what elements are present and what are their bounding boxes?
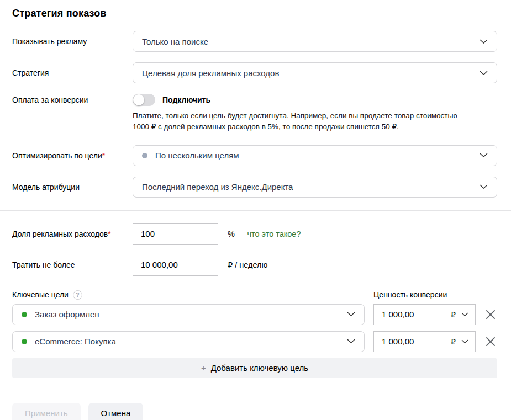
page-title: Стратегия показов: [12, 8, 497, 19]
add-key-goal-label: Добавить ключевую цель: [211, 363, 308, 373]
goal-status-dot-icon: [22, 339, 27, 344]
optimize-goal-value: По нескольким целям: [155, 151, 239, 160]
key-goals-label: Ключевые цели: [12, 290, 69, 299]
conversion-value-header: Ценность конверсии: [373, 290, 447, 299]
pay-per-conversion-description: Платите, только если цель будет достигну…: [133, 110, 471, 133]
attribution-row: Модель атрибуции Последний переход из Ян…: [12, 177, 497, 198]
key-goals-header: Ключевые цели ? Ценность конверсии: [12, 290, 497, 300]
currency-label: ₽: [451, 310, 456, 319]
what-is-it-link[interactable]: — что это такое?: [237, 230, 301, 238]
goal-select-2[interactable]: eCommerce: Покупка: [12, 331, 365, 352]
key-goal-row: Заказ оформлен 1 000,00 ₽: [12, 304, 497, 325]
plus-icon: +: [201, 363, 206, 373]
goal-value-field-1[interactable]: 1 000,00 ₽: [373, 304, 476, 325]
strategy-value: Целевая доля рекламных расходов: [142, 68, 279, 78]
key-goal-row: eCommerce: Покупка 1 000,00 ₽: [12, 331, 497, 352]
apply-button[interactable]: Применить: [12, 403, 81, 420]
optimize-goal-label: Оптимизировать по цели*: [12, 151, 133, 160]
required-asterisk: *: [102, 151, 105, 160]
goal-value-field-2[interactable]: 1 000,00 ₽: [373, 331, 476, 352]
strategy-parameters-panel: Доля рекламных расходов* % — что это так…: [0, 211, 511, 378]
strategy-label: Стратегия: [12, 68, 133, 77]
currency-chevron-down-icon[interactable]: [461, 312, 468, 317]
weekly-limit-unit: ₽ / неделю: [228, 260, 267, 269]
weekly-limit-label: Тратить не более: [12, 260, 133, 269]
chevron-down-icon: [480, 184, 488, 189]
chevron-down-icon: [480, 153, 488, 158]
pay-per-conversion-row: Оплата за конверсии Подключить Платите, …: [12, 94, 497, 133]
strategy-select[interactable]: Целевая доля рекламных расходов: [133, 62, 497, 83]
show-ads-label: Показывать рекламу: [12, 37, 133, 46]
show-ads-select[interactable]: Только на поиске: [133, 31, 497, 52]
weekly-limit-input[interactable]: [133, 254, 218, 276]
chevron-down-icon: [347, 339, 355, 344]
footer-actions: Применить Отмена: [0, 389, 511, 420]
attribution-label: Модель атрибуции: [12, 183, 133, 192]
goal-value: 1 000,00: [382, 310, 451, 319]
currency-chevron-down-icon[interactable]: [461, 339, 468, 344]
required-asterisk: *: [108, 230, 110, 238]
cost-share-label: Доля рекламных расходов*: [12, 230, 133, 238]
chevron-down-icon: [347, 312, 355, 317]
chevron-down-icon: [480, 39, 488, 44]
attribution-select[interactable]: Последний переход из Яндекс.Директа: [133, 177, 497, 198]
toggle-knob: [133, 94, 144, 105]
attribution-value: Последний переход из Яндекс.Директа: [142, 182, 293, 192]
goal-name: eCommerce: Покупка: [35, 337, 116, 346]
cancel-button[interactable]: Отмена: [88, 403, 144, 420]
remove-goal-button[interactable]: [484, 334, 497, 349]
weekly-limit-row: Тратить не более ₽ / неделю: [12, 254, 497, 276]
currency-label: ₽: [451, 337, 456, 346]
goal-select-1[interactable]: Заказ оформлен: [12, 304, 365, 325]
add-key-goal-button[interactable]: + Добавить ключевую цель: [12, 358, 497, 378]
show-ads-value: Только на поиске: [142, 37, 208, 46]
optimize-goal-row: Оптимизировать по цели* По нескольким це…: [12, 145, 497, 166]
multi-goal-dot-icon: [142, 153, 147, 158]
strategy-settings-panel: Стратегия показов Показывать рекламу Тол…: [0, 8, 511, 198]
cost-share-unit: % — что это такое?: [228, 230, 301, 238]
remove-goal-button[interactable]: [484, 307, 497, 322]
help-icon[interactable]: ?: [73, 290, 82, 300]
cost-share-input[interactable]: [133, 223, 218, 245]
optimize-goal-select[interactable]: По нескольким целям: [133, 145, 497, 166]
strategy-row: Стратегия Целевая доля рекламных расходо…: [12, 62, 497, 83]
show-ads-row: Показывать рекламу Только на поиске: [12, 31, 497, 52]
goal-name: Заказ оформлен: [35, 310, 99, 319]
cost-share-row: Доля рекламных расходов* % — что это так…: [12, 223, 497, 245]
pay-per-conversion-label: Оплата за конверсии: [12, 94, 133, 104]
goal-value: 1 000,00: [382, 337, 451, 346]
pay-per-conversion-toggle[interactable]: [133, 94, 155, 106]
chevron-down-icon: [480, 71, 488, 76]
goal-status-dot-icon: [22, 312, 27, 317]
toggle-label: Подключить: [162, 95, 210, 104]
